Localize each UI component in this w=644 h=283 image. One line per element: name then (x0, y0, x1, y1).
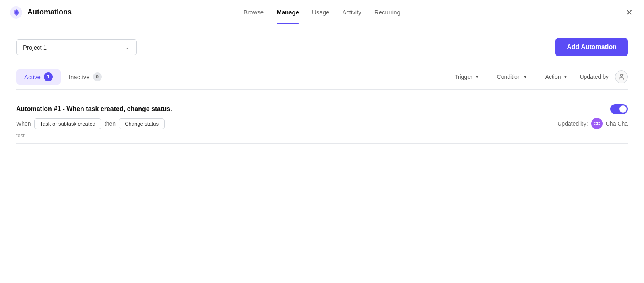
automation-item-header: Automation #1 - When task created, chang… (16, 104, 628, 114)
tab-activity[interactable]: Activity (342, 1, 361, 24)
updated-by-section: Updated by: CC Cha Cha (557, 118, 628, 129)
status-tab-inactive[interactable]: Inactive 0 (61, 69, 110, 85)
tab-recurring[interactable]: Recurring (374, 1, 400, 24)
action-chevron-icon: ▼ (564, 74, 568, 79)
app-title: Automations (27, 8, 72, 17)
filter-controls: Trigger ▼ Condition ▼ Action ▼ Updated b… (449, 70, 628, 83)
condition-chevron-icon: ▼ (523, 74, 528, 79)
svg-point-2 (620, 74, 622, 76)
condition-filter-label: Condition (497, 74, 521, 80)
automation-item: Automation #1 - When task created, chang… (16, 98, 628, 144)
updated-by-label: Updated by (580, 74, 609, 80)
nav-tabs: Browse Manage Usage Activity Recurring (244, 1, 400, 24)
inactive-tab-label: Inactive (69, 74, 90, 81)
filter-row: Active 1 Inactive 0 Trigger ▼ Condition … (16, 69, 628, 90)
active-tab-label: Active (24, 74, 41, 81)
when-label: When (16, 120, 31, 127)
user-avatar: CC (591, 118, 603, 129)
updated-by-name: Cha Cha (606, 120, 628, 127)
trigger-filter-label: Trigger (455, 74, 473, 80)
updated-by-prefix: Updated by: (557, 120, 588, 127)
close-button[interactable]: ✕ (624, 7, 634, 18)
person-filter-icon (618, 74, 625, 80)
active-count-badge: 1 (44, 72, 53, 81)
tab-usage[interactable]: Usage (312, 1, 329, 24)
tab-manage[interactable]: Manage (277, 1, 299, 24)
top-row: Project 1 ⌄ Add Automation (16, 38, 628, 56)
svg-point-1 (15, 11, 17, 14)
toggle-thumb (619, 105, 627, 113)
trigger-chevron-icon: ▼ (475, 74, 479, 79)
trigger-filter-button[interactable]: Trigger ▼ (449, 71, 485, 83)
action-filter-label: Action (545, 74, 561, 80)
status-tab-active[interactable]: Active 1 (16, 69, 61, 85)
project-select-value: Project 1 (23, 44, 47, 51)
tab-browse[interactable]: Browse (244, 1, 264, 24)
app-logo-icon (10, 6, 23, 19)
header: Automations Browse Manage Usage Activity… (0, 0, 644, 25)
automation-list: Automation #1 - When task created, chang… (16, 90, 628, 144)
automation-body: When Task or subtask created then Change… (16, 118, 628, 129)
chevron-down-icon: ⌄ (125, 44, 130, 50)
main-content: Project 1 ⌄ Add Automation Active 1 Inac… (0, 25, 644, 157)
action-filter-button[interactable]: Action ▼ (540, 71, 574, 83)
trigger-pill[interactable]: Task or subtask created (34, 118, 101, 129)
inactive-count-badge: 0 (93, 72, 102, 81)
automation-title: Automation #1 - When task created, chang… (16, 105, 172, 113)
automation-toggle[interactable] (610, 104, 628, 114)
then-label: then (105, 120, 116, 127)
status-tabs: Active 1 Inactive 0 (16, 69, 110, 85)
action-pill[interactable]: Change status (119, 118, 165, 129)
add-automation-button[interactable]: Add Automation (555, 38, 628, 56)
project-select[interactable]: Project 1 ⌄ (16, 39, 137, 55)
updated-by-filter-button[interactable] (615, 70, 628, 83)
condition-filter-button[interactable]: Condition ▼ (491, 71, 533, 83)
automation-description: test (16, 132, 628, 138)
automation-triggers: When Task or subtask created then Change… (16, 118, 165, 129)
header-left: Automations (10, 6, 72, 19)
